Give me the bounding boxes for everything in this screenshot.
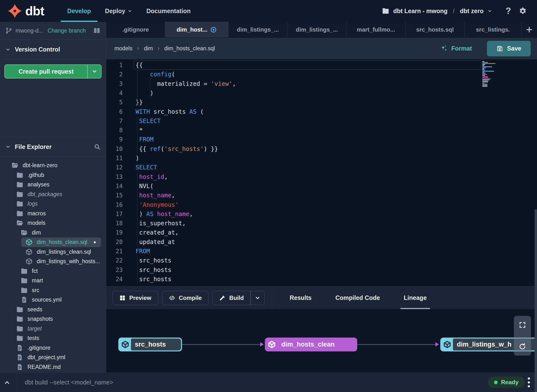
kebab-menu-icon[interactable] xyxy=(528,377,530,387)
code-line[interactable]: 23 src_hosts xyxy=(106,265,537,275)
code-line[interactable]: 22 src_hosts xyxy=(106,256,537,265)
code-line[interactable]: 5}} xyxy=(106,98,537,107)
lineage-arrowhead xyxy=(435,342,439,347)
code-line[interactable]: 8 * xyxy=(106,126,537,135)
tree-item-dim_listings_clean.sql[interactable]: dim_listings_clean.sql xyxy=(0,247,106,257)
code-line[interactable]: 7 SELECT xyxy=(106,116,537,126)
code-icon xyxy=(169,295,175,301)
tree-item-.github[interactable]: .github xyxy=(0,170,106,180)
tree-item-logs[interactable]: logs xyxy=(0,199,106,209)
code-line[interactable]: 15 host_name, xyxy=(106,191,537,200)
change-branch-link[interactable]: Change branch xyxy=(48,27,86,34)
chevron-down-icon[interactable] xyxy=(487,9,492,13)
tree-item-src[interactable]: src xyxy=(0,286,106,295)
save-button[interactable]: Save xyxy=(487,41,531,56)
tree-item-dbt_packages[interactable]: dbt_packages xyxy=(0,190,106,199)
search-icon[interactable] xyxy=(94,143,101,150)
tree-item-dbt_project.yml[interactable]: dbt_project.yml xyxy=(0,353,106,362)
folder-icon xyxy=(20,277,28,284)
build-dropdown[interactable] xyxy=(251,291,264,305)
editor-tab-3[interactable]: dim_listings_... xyxy=(228,22,287,37)
lineage-node-dim_hosts_clean[interactable]: dim_hosts_clean xyxy=(265,338,357,351)
code-line[interactable]: 9 FROM xyxy=(106,135,537,144)
tree-item-analyses[interactable]: analyses xyxy=(0,180,106,190)
code-line[interactable]: 1{{ xyxy=(106,61,537,70)
editor-tab-5[interactable]: mart_fullmo... xyxy=(346,22,406,37)
nav-deploy[interactable]: Deploy xyxy=(98,0,139,22)
create-pull-request-dropdown[interactable] xyxy=(88,65,101,78)
tree-item-dbt-learn-zero[interactable]: dbt-learn-zero xyxy=(0,161,106,170)
code-line[interactable]: 13 host_id, xyxy=(106,172,537,182)
gear-icon[interactable] xyxy=(519,7,527,15)
account-name[interactable]: dbt Learn - mwong xyxy=(393,8,448,15)
project-name[interactable]: dbt zero xyxy=(460,8,484,15)
preview-button[interactable]: Preview xyxy=(113,291,158,305)
tab-results[interactable]: Results xyxy=(290,287,312,309)
new-tab-button[interactable] xyxy=(521,22,537,37)
code-line[interactable]: 21FROM xyxy=(106,247,537,256)
breadcrumb-dim[interactable]: dim xyxy=(144,45,153,52)
scrollbar[interactable] xyxy=(535,209,537,392)
editor-tab-2[interactable]: dim_host... xyxy=(165,22,228,37)
line-number: 1 xyxy=(106,61,123,70)
code-editor[interactable]: 1{{2 config(3 materialized = 'view',4 )5… xyxy=(106,60,537,286)
breadcrumb-models[interactable]: models xyxy=(114,45,132,52)
editor-tab-4[interactable]: dim_listings_... xyxy=(287,22,346,37)
code-line[interactable]: 11) xyxy=(106,154,537,163)
tree-item-macros[interactable]: macros xyxy=(0,209,106,218)
code-line[interactable]: 14 NVL( xyxy=(106,182,537,191)
tree-item-dim_hosts_clean.sql[interactable]: dim_hosts_clean.sql xyxy=(21,237,101,247)
file-explorer-header[interactable]: File Explorer xyxy=(0,137,106,157)
code-line[interactable]: 2 config( xyxy=(106,70,537,79)
tree-item-dim[interactable]: dim xyxy=(0,228,106,238)
code-line[interactable]: 12SELECT xyxy=(106,163,537,172)
tree-item-models[interactable]: models xyxy=(0,218,106,228)
refresh-icon[interactable] xyxy=(519,343,526,350)
compile-button[interactable]: Compile xyxy=(162,291,209,305)
code-line[interactable]: 19 created_at, xyxy=(106,228,537,237)
code-line[interactable]: 17 ) AS host_name, xyxy=(106,209,537,219)
book-icon[interactable] xyxy=(93,27,101,35)
sidebar: mwong-d... Change branch Version Control… xyxy=(0,22,106,373)
fullscreen-icon[interactable] xyxy=(519,321,526,329)
dbt-logo[interactable]: dbt xyxy=(7,3,44,18)
tree-item-target[interactable]: target xyxy=(0,324,106,334)
code-line[interactable]: 18 is_superhost, xyxy=(106,219,537,228)
version-control-header[interactable]: Version Control xyxy=(0,40,106,60)
create-pull-request-main[interactable]: Create pull request xyxy=(5,65,87,78)
indent-guide xyxy=(137,70,138,107)
code-line[interactable]: 6WITH src_hosts AS ( xyxy=(106,107,537,116)
tree-item-dim_listings_with_hosts...[interactable]: dim_listings_with_hosts... xyxy=(0,257,106,266)
lineage-node-src_hosts[interactable]: src_hosts xyxy=(118,338,182,351)
build-button-main[interactable]: Build xyxy=(213,291,250,305)
tree-item-sources.yml[interactable]: sources.yml xyxy=(0,295,106,305)
editor-tab-6[interactable]: src_hosts.sql xyxy=(406,22,465,37)
tree-item-fct[interactable]: fct xyxy=(0,266,106,276)
code-line[interactable]: 3 materialized = 'view', xyxy=(106,79,537,88)
minimap[interactable] xyxy=(482,61,496,87)
tree-item-readme.md[interactable]: README.md xyxy=(0,362,106,372)
command-input[interactable]: dbt build --select <model_name> xyxy=(25,373,113,392)
code-line[interactable]: 16 'Anonymous' xyxy=(106,200,537,209)
editor-tab-1[interactable]: .gitignore xyxy=(106,22,165,37)
folder-icon xyxy=(16,325,24,332)
folder-icon xyxy=(20,287,28,294)
code-line[interactable]: 4 ) xyxy=(106,88,537,98)
tree-item-snapshots[interactable]: snapshots xyxy=(0,314,106,324)
tree-item-.gitignore[interactable]: .gitignore xyxy=(0,343,106,353)
code-line[interactable]: 10 {{ ref('src_hosts') }} xyxy=(106,144,537,154)
editor-tab-7[interactable]: src_listings. xyxy=(465,22,521,37)
code-line[interactable]: 24 src_hosts xyxy=(106,275,537,284)
help-icon[interactable]: ? xyxy=(506,6,511,16)
folder-icon xyxy=(382,7,389,15)
tab-compiled-code[interactable]: Compiled Code xyxy=(335,287,380,309)
format-button[interactable]: Format xyxy=(440,45,472,52)
code-line[interactable]: 20 updated_at xyxy=(106,237,537,247)
chevron-up-icon[interactable] xyxy=(4,379,10,386)
tree-item-seeds[interactable]: seeds xyxy=(0,305,106,314)
nav-documentation[interactable]: Documentation xyxy=(139,0,198,22)
nav-develop[interactable]: Develop xyxy=(60,0,98,22)
tree-item-mart[interactable]: mart xyxy=(0,276,106,286)
tab-lineage[interactable]: Lineage xyxy=(404,287,427,309)
tree-item-tests[interactable]: tests xyxy=(0,333,106,343)
